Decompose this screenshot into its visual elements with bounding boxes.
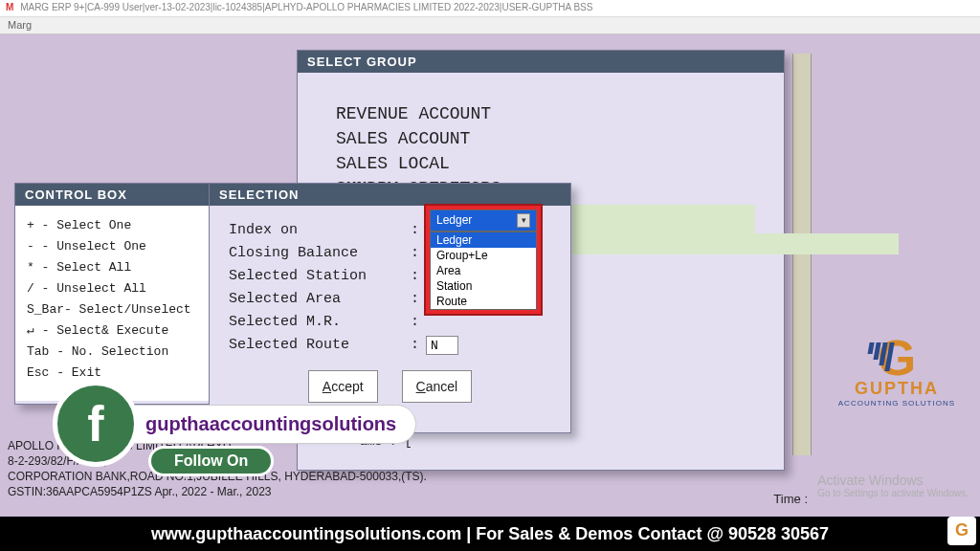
dropdown-selected[interactable]: Ledger ▾ (430, 209, 537, 231)
banner-logo-icon: G (947, 517, 976, 545)
label-area: Selected Area (229, 288, 411, 311)
chevron-down-icon[interactable]: ▾ (517, 213, 530, 228)
workspace: SELECT GROUP REVENUE ACCOUNT SALES ACCOU… (0, 34, 980, 517)
hint-line: S_Bar- Select/Unselect (27, 299, 198, 320)
follow-cta: Follow On (148, 446, 274, 476)
label-mr: Selected M.R. (229, 311, 411, 334)
right-column-strip (792, 54, 812, 455)
activate-windows: Activate Windows Go to Settings to activ… (817, 473, 969, 498)
menu-item-marg[interactable]: Marg (8, 19, 32, 31)
select-group-header: SELECT GROUP (298, 51, 784, 73)
dropdown-option[interactable]: Ledger (431, 232, 536, 248)
facebook-icon: f (53, 381, 139, 467)
hint-line: * - Select All (27, 257, 198, 278)
hint-line: / - Unselect All (27, 278, 198, 299)
logo-g-icon: G (838, 337, 955, 379)
label-closing: Closing Balance (229, 242, 411, 265)
title-text: MARG ERP 9+|CA-999 User|ver-13-02-2023|l… (20, 2, 592, 12)
window-titlebar: M MARG ERP 9+|CA-999 User|ver-13-02-2023… (0, 0, 980, 17)
menu-bar[interactable]: Marg (0, 17, 980, 34)
dropdown-value: Ledger (436, 213, 472, 228)
group-item[interactable]: SALES LOCAL (336, 151, 755, 176)
dropdown-option[interactable]: Route (431, 294, 536, 309)
banner-text: www.gupthaaccountingsolutions.com | For … (151, 524, 829, 543)
social-handle: gupthaaccountingsolutions (112, 405, 416, 444)
footer-line: GSTIN:36AAPCA5954P1ZS Apr., 2022 - Mar.,… (8, 484, 427, 499)
selection-header: SELECTION (210, 184, 570, 206)
hint-line: Tab - No. Selection (27, 342, 198, 363)
control-box-panel: CONTROL BOX + - Select One - - Unselect … (14, 183, 211, 405)
label-index: Index on (229, 219, 411, 242)
dropdown-option[interactable]: Group+Le (431, 248, 536, 263)
group-item[interactable]: SALES ACCOUNT (336, 126, 755, 151)
bottom-banner: www.gupthaaccountingsolutions.com | For … (0, 517, 980, 551)
hint-line: ↵ - Select& Execute (27, 320, 198, 342)
time-label: Time : (773, 492, 808, 506)
route-input[interactable] (426, 336, 458, 355)
activate-title: Activate Windows (817, 473, 969, 488)
label-route: Selected Route (229, 334, 411, 357)
index-dropdown[interactable]: Ledger ▾ Ledger Group+Le Area Station Ro… (426, 206, 541, 314)
guptha-logo: G GUPTHA ACCOUNTING SOLUTIONS (838, 337, 955, 408)
control-box-header: CONTROL BOX (15, 184, 210, 206)
group-item[interactable]: REVENUE ACCOUNT (336, 101, 755, 126)
hint-line: - - Unselect One (27, 236, 198, 257)
label-station: Selected Station (229, 265, 411, 288)
app-icon: M (6, 2, 13, 12)
control-box-body: + - Select One - - Unselect One * - Sele… (15, 206, 210, 401)
dropdown-option[interactable]: Station (431, 278, 536, 294)
dropdown-option[interactable]: Area (431, 263, 536, 278)
dropdown-list[interactable]: Ledger Group+Le Area Station Route (430, 231, 537, 310)
activate-sub: Go to Settings to activate Windows. (817, 488, 969, 498)
hint-line: + - Select One (27, 215, 198, 236)
logo-sub: ACCOUNTING SOLUTIONS (838, 399, 955, 408)
